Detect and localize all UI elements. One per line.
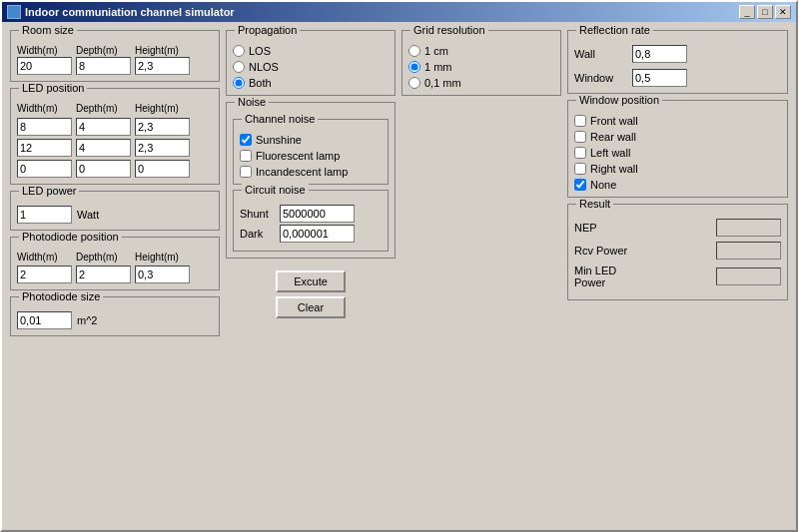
rcvpower-row: Rcv Power (574, 242, 781, 260)
noise-label: Noise (235, 96, 269, 108)
fluorescent-checkbox[interactable] (240, 150, 252, 162)
circuit-noise-label: Circuit noise (242, 184, 309, 196)
dark-input[interactable] (280, 225, 355, 243)
propagation-los-radio[interactable] (233, 45, 245, 57)
pd-depth-col-label: Depth(m) (76, 252, 131, 263)
propagation-los[interactable]: LOS (233, 45, 389, 57)
rcvpower-input[interactable] (716, 242, 781, 260)
result-group: Result NEP Rcv Power Min LED Power (567, 204, 788, 300)
grid-01mm-radio[interactable] (408, 77, 420, 89)
left-wall-item[interactable]: Left wall (574, 147, 781, 159)
pd-depth-input[interactable] (76, 266, 131, 283)
column-1: Room size Width(m) Depth(m) Height(m) (10, 30, 220, 522)
photodiode-position-label: Photodiode position (19, 231, 122, 243)
window-rate-input[interactable] (632, 69, 687, 87)
propagation-nlos-radio[interactable] (233, 61, 245, 73)
rcvpower-label: Rcv Power (574, 245, 644, 257)
window-position-group: Window position Front wall Rear wall Lef… (567, 100, 788, 198)
room-width-input[interactable] (17, 57, 72, 75)
main-content: Room size Width(m) Depth(m) Height(m) (2, 22, 796, 530)
shunt-input[interactable] (280, 205, 355, 223)
rear-wall-checkbox[interactable] (574, 131, 586, 143)
pd-width-input[interactable] (17, 266, 72, 283)
front-wall-checkbox[interactable] (574, 115, 586, 127)
room-height-input[interactable] (135, 57, 190, 75)
led3-depth-input[interactable] (76, 160, 131, 178)
channel-noise-group: Channel noise Sunshine Fluorescent lamp (233, 119, 389, 185)
led3-height-input[interactable] (135, 160, 190, 178)
grid-1cm[interactable]: 1 cm (408, 45, 554, 57)
pd-height-input[interactable] (135, 266, 190, 283)
led-row-3 (17, 160, 213, 178)
room-size-group: Room size Width(m) Depth(m) Height(m) (10, 30, 220, 82)
propagation-both[interactable]: Both (233, 77, 389, 89)
led-row-1 (17, 118, 213, 136)
led2-width-input[interactable] (17, 139, 72, 157)
grid-1cm-radio[interactable] (408, 45, 420, 57)
sunshine-label: Sunshine (256, 134, 302, 146)
dark-label: Dark (240, 228, 275, 240)
reflection-rate-label: Reflection rate (576, 24, 653, 36)
propagation-label: Propagation (235, 24, 300, 36)
window-position-label: Window position (576, 94, 662, 106)
propagation-both-radio[interactable] (233, 77, 245, 89)
left-wall-checkbox[interactable] (574, 147, 586, 159)
incandescent-checkbox[interactable] (240, 166, 252, 178)
sunshine-item[interactable]: Sunshine (240, 134, 382, 146)
minimize-button[interactable]: _ (739, 5, 755, 19)
led2-height-input[interactable] (135, 139, 190, 157)
fluorescent-item[interactable]: Fluorescent lamp (240, 150, 382, 162)
none-label: None (590, 179, 616, 191)
grid-1mm[interactable]: 1 mm (408, 61, 554, 73)
photodiode-size-group: Photodiode size m^2 (10, 296, 220, 336)
led3-width-input[interactable] (17, 160, 72, 178)
channel-noise-label: Channel noise (242, 113, 318, 125)
grid-resolution-group: Grid resolution 1 cm 1 mm 0,1 mm (401, 30, 561, 96)
propagation-nlos[interactable]: NLOS (233, 61, 389, 73)
window-rate-label: Window (574, 72, 624, 84)
incandescent-item[interactable]: Incandescent lamp (240, 166, 382, 178)
action-buttons: Excute Clear (226, 270, 396, 318)
front-wall-item[interactable]: Front wall (574, 115, 781, 127)
propagation-options: LOS NLOS Both (233, 45, 389, 89)
minled-row: Min LED Power (574, 265, 781, 288)
grid-01mm[interactable]: 0,1 mm (408, 77, 554, 89)
propagation-group: Propagation LOS NLOS Both (226, 30, 396, 96)
wall-rate-input[interactable] (632, 45, 687, 63)
rear-wall-label: Rear wall (590, 131, 636, 143)
result-label: Result (576, 198, 613, 210)
grid-1mm-radio[interactable] (408, 61, 420, 73)
led-power-group: LED power Watt (10, 191, 220, 231)
window-title: Indoor communiation channel simulator (25, 6, 235, 18)
propagation-nlos-label: NLOS (249, 61, 279, 73)
led1-height-input[interactable] (135, 118, 190, 136)
room-depth-input[interactable] (76, 57, 131, 75)
room-depth-label: Depth(m) (76, 45, 131, 56)
led1-width-input[interactable] (17, 118, 72, 136)
propagation-both-label: Both (249, 77, 272, 89)
noise-group: Noise Channel noise Sunshine Fluo (226, 102, 396, 259)
pd-width-col-label: Width(m) (17, 252, 72, 263)
sunshine-checkbox[interactable] (240, 134, 252, 146)
column-2: Propagation LOS NLOS Both (226, 30, 396, 522)
pd-size-input[interactable] (17, 311, 72, 329)
minled-input[interactable] (716, 267, 781, 285)
none-item[interactable]: None (574, 179, 781, 191)
right-wall-item[interactable]: Right wall (574, 163, 781, 175)
nep-input[interactable] (716, 219, 781, 237)
room-height-label: Height(m) (135, 45, 190, 56)
right-wall-checkbox[interactable] (574, 163, 586, 175)
propagation-los-label: LOS (249, 45, 271, 57)
close-button[interactable]: ✕ (775, 5, 791, 19)
led2-depth-input[interactable] (76, 139, 131, 157)
clear-button[interactable]: Clear (276, 296, 346, 318)
nep-label: NEP (574, 222, 644, 234)
led1-depth-input[interactable] (76, 118, 131, 136)
none-checkbox[interactable] (574, 179, 586, 191)
grid-01mm-label: 0,1 mm (424, 77, 461, 89)
rear-wall-item[interactable]: Rear wall (574, 131, 781, 143)
led-power-input[interactable] (17, 206, 72, 224)
excute-button[interactable]: Excute (276, 270, 346, 292)
room-height-group: Height(m) (135, 45, 190, 75)
maximize-button[interactable]: □ (757, 5, 773, 19)
